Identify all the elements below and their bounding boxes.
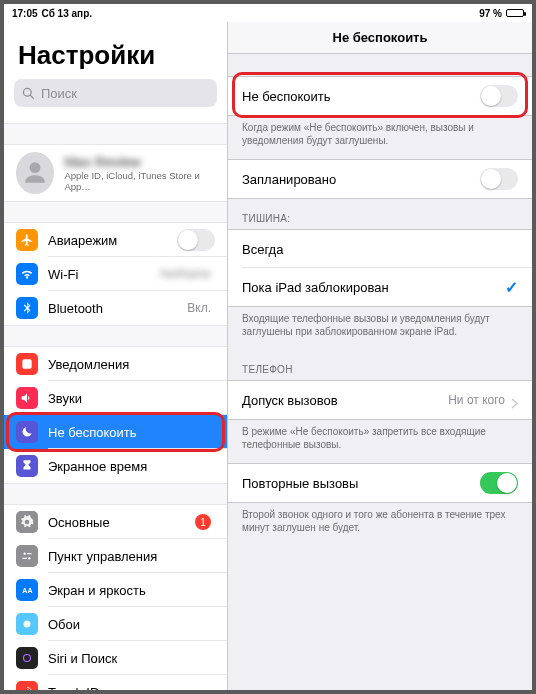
siri-icon — [16, 647, 38, 669]
silence-header: ТИШИНА: — [228, 199, 532, 229]
detail-pane: Не беспокоить Не беспокоить Когда режим … — [228, 22, 532, 690]
hourglass-icon — [16, 455, 38, 477]
detail-title: Не беспокоить — [228, 22, 532, 54]
sidebar-item-sounds[interactable]: Звуки — [4, 381, 227, 415]
battery-icon — [506, 9, 524, 17]
svg-point-7 — [24, 655, 31, 662]
notifications-icon — [16, 353, 38, 375]
sidebar-item-notifications[interactable]: Уведомления — [4, 347, 227, 381]
bluetooth-icon — [16, 297, 38, 319]
silence-locked-row[interactable]: Пока iPad заблокирован ✓ — [228, 268, 532, 306]
moon-icon — [16, 421, 38, 443]
sidebar-item-dnd[interactable]: Не беспокоить — [4, 415, 227, 449]
avatar-icon — [16, 152, 54, 194]
sidebar-item-general[interactable]: Основные 1 — [4, 505, 227, 539]
sidebar-item-bluetooth[interactable]: Bluetooth Вкл. — [4, 291, 227, 325]
account-name: Max Review — [64, 154, 215, 170]
display-icon: AA — [16, 579, 38, 601]
check-icon: ✓ — [505, 278, 518, 297]
svg-point-1 — [24, 553, 26, 555]
scheduled-toggle[interactable] — [480, 168, 518, 190]
account-sub: Apple ID, iCloud, iTunes Store и App… — [64, 170, 215, 192]
svg-rect-0 — [22, 359, 31, 368]
sidebar-item-control[interactable]: Пункт управления — [4, 539, 227, 573]
status-time: 17:05 — [12, 8, 38, 19]
sidebar-item-display[interactable]: AA Экран и яркость — [4, 573, 227, 607]
search-field[interactable] — [14, 79, 217, 107]
sidebar-item-wallpaper[interactable]: Обои — [4, 607, 227, 641]
sidebar-item-touchid[interactable]: Touch ID и код-пароль — [4, 675, 227, 690]
airplane-toggle[interactable] — [177, 229, 215, 251]
repeated-toggle[interactable] — [480, 472, 518, 494]
silence-always-row[interactable]: Всегда — [228, 230, 532, 268]
sidebar-item-siri[interactable]: Siri и Поиск — [4, 641, 227, 675]
allow-calls-row[interactable]: Допуск вызовов Ни от кого — [228, 381, 532, 419]
svg-text:AA: AA — [22, 587, 32, 594]
wifi-icon — [16, 263, 38, 285]
repeated-footer: Второй звонок одного и того же абонента … — [228, 503, 532, 546]
allow-footer: В режиме «Не беспокоить» запретить все в… — [228, 420, 532, 463]
sidebar-item-airplane[interactable]: Авиарежим — [4, 223, 227, 257]
chevron-right-icon — [511, 395, 518, 406]
search-input[interactable] — [41, 86, 209, 101]
settings-window: 17:05 Сб 13 апр. 97 % Настройки — [0, 0, 536, 694]
sidebar: Настройки Max Review Apple ID, iCloud, i… — [4, 22, 228, 690]
status-date: Сб 13 апр. — [42, 8, 92, 19]
battery-pct: 97 % — [479, 8, 502, 19]
control-icon — [16, 545, 38, 567]
page-title: Настройки — [4, 22, 227, 79]
account-row[interactable]: Max Review Apple ID, iCloud, iTunes Stor… — [4, 145, 227, 201]
airplane-icon — [16, 229, 38, 251]
svg-point-6 — [24, 621, 31, 628]
wallpaper-icon — [16, 613, 38, 635]
sidebar-item-wifi[interactable]: Wi-Fi NetName — [4, 257, 227, 291]
phone-header: ТЕЛЕФОН — [228, 350, 532, 380]
silence-footer: Входящие телефонные вызовы и уведомления… — [228, 307, 532, 350]
search-icon — [22, 87, 35, 100]
status-bar: 17:05 Сб 13 апр. 97 % — [4, 4, 532, 22]
dnd-toggle-row[interactable]: Не беспокоить — [228, 77, 532, 115]
scheduled-row[interactable]: Запланировано — [228, 160, 532, 198]
fingerprint-icon — [16, 681, 38, 690]
sounds-icon — [16, 387, 38, 409]
svg-rect-4 — [22, 558, 27, 559]
dnd-toggle[interactable] — [480, 85, 518, 107]
svg-rect-2 — [27, 553, 32, 554]
general-badge: 1 — [195, 514, 211, 530]
svg-point-3 — [28, 557, 30, 559]
gear-icon — [16, 511, 38, 533]
sidebar-item-screentime[interactable]: Экранное время — [4, 449, 227, 483]
repeated-row[interactable]: Повторные вызовы — [228, 464, 532, 502]
dnd-footer: Когда режим «Не беспокоить» включен, выз… — [228, 116, 532, 159]
